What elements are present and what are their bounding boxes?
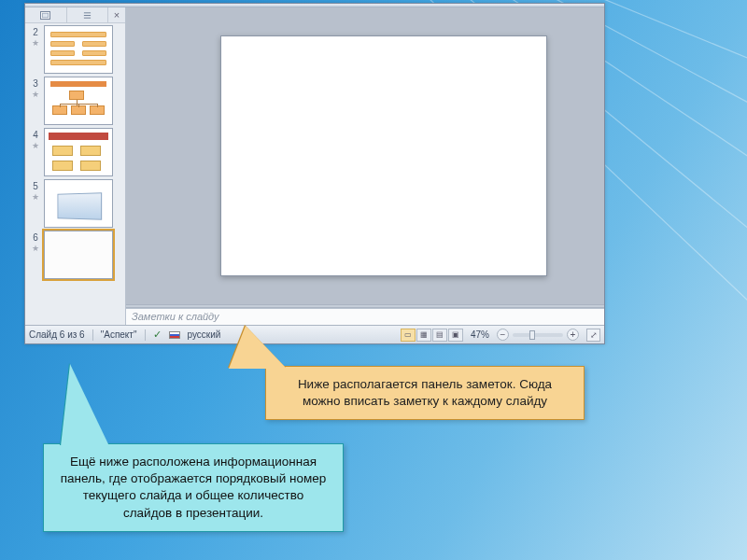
thumb-number: 4 <box>33 130 38 141</box>
fit-to-window-button[interactable]: ⤢ <box>586 329 600 342</box>
view-buttons: ▭ ▦ ▤ ▣ <box>401 329 463 342</box>
zoom-slider[interactable] <box>513 333 563 337</box>
sidebar-close-button[interactable]: × <box>108 7 125 22</box>
callout-status-bar: Ещё ниже расположена информационная пане… <box>43 443 344 532</box>
powerpoint-window: × 2 ★ <box>24 3 605 344</box>
notes-pane[interactable]: Заметки к слайду <box>126 308 604 325</box>
callout-tail-icon <box>61 364 109 446</box>
status-theme: "Аспект" <box>101 329 137 340</box>
view-reading-button[interactable]: ▤ <box>432 329 447 342</box>
thumb-meta: 4 ★ <box>27 128 44 150</box>
tab-slides[interactable] <box>25 7 67 22</box>
tab-outline[interactable] <box>67 7 109 22</box>
thumb-number: 3 <box>33 78 38 90</box>
status-slide-info: Слайд 6 из 6 <box>29 329 85 340</box>
thumbnail-row[interactable]: 5 ★ <box>27 179 125 228</box>
zoom-controls: − + <box>497 329 579 341</box>
language-flag-icon <box>169 331 180 339</box>
view-normal-button[interactable]: ▭ <box>401 329 416 342</box>
sidebar-tabs: × <box>25 7 125 23</box>
slide-thumbnail-3[interactable] <box>44 77 113 125</box>
status-separator <box>92 329 93 341</box>
zoom-slider-knob[interactable] <box>529 330 535 340</box>
close-icon: × <box>114 9 120 21</box>
spellcheck-icon[interactable]: ✓ <box>153 329 162 340</box>
thumbnail-row[interactable]: 3 ★ <box>27 77 125 125</box>
callout-text: Ниже располагается панель заметок. Сюда … <box>298 377 552 408</box>
thumb-meta: 5 ★ <box>27 179 44 202</box>
notes-placeholder: Заметки к слайду <box>132 311 219 322</box>
thumbnail-row[interactable]: 6 ★ <box>27 231 125 279</box>
thumbnail-row[interactable]: 2 ★ <box>27 25 125 74</box>
callout-tail-icon <box>229 326 287 369</box>
slide-thumbnail-5[interactable] <box>44 179 113 228</box>
thumb-number: 5 <box>33 181 38 192</box>
slide-thumbnail-2[interactable] <box>44 25 113 74</box>
callout-text: Ещё ниже расположена информационная пане… <box>61 455 327 520</box>
zoom-out-button[interactable]: − <box>497 329 509 341</box>
view-slideshow-button[interactable]: ▣ <box>448 329 463 342</box>
slides-sidebar: × 2 ★ <box>25 7 126 325</box>
slide-thumbnail-6[interactable] <box>44 231 113 279</box>
slide-canvas[interactable] <box>220 35 547 276</box>
zoom-in-button[interactable]: + <box>567 329 579 341</box>
svg-rect-6 <box>43 13 49 18</box>
thumbnail-list: 2 ★ 3 ★ <box>25 23 125 325</box>
thumb-meta: 2 ★ <box>27 25 44 48</box>
thumbnail-row[interactable]: 4 ★ <box>27 128 125 176</box>
animation-indicator-icon: ★ <box>32 38 39 48</box>
slide-canvas-zone <box>126 7 604 304</box>
status-language[interactable]: русский <box>188 329 221 340</box>
view-sorter-button[interactable]: ▦ <box>416 329 431 342</box>
callout-notes-panel: Ниже располагается панель заметок. Сюда … <box>265 366 585 420</box>
animation-indicator-icon: ★ <box>32 244 39 253</box>
animation-indicator-icon: ★ <box>32 192 39 202</box>
animation-indicator-icon: ★ <box>32 90 39 99</box>
thumb-number: 2 <box>33 27 38 38</box>
thumb-meta: 3 ★ <box>27 77 44 99</box>
work-area: × 2 ★ <box>25 7 604 325</box>
status-bar: Слайд 6 из 6 "Аспект" ✓ русский ▭ ▦ ▤ ▣ … <box>25 325 604 343</box>
animation-indicator-icon: ★ <box>32 141 39 150</box>
zoom-percent[interactable]: 47% <box>471 329 489 340</box>
slide-thumbnail-4[interactable] <box>44 128 113 176</box>
thumb-number: 6 <box>33 232 38 244</box>
status-separator <box>145 329 146 341</box>
editor-area: Заметки к слайду <box>126 7 604 325</box>
thumb-meta: 6 ★ <box>27 231 44 253</box>
